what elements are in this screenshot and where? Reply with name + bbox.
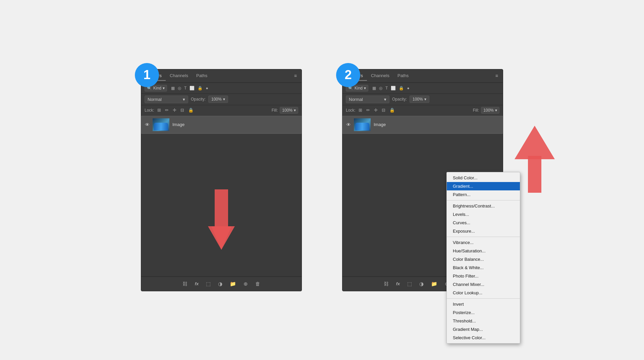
fill-number-2: 100% <box>483 108 494 113</box>
filter-icons-1: ▦ ◎ T ⬜ 🔒 ● <box>170 85 209 91</box>
fill-label-2: Fill: <box>473 108 479 113</box>
annotation-arrow-down <box>201 189 241 250</box>
fx-icon-2[interactable]: fx <box>395 280 401 288</box>
photoshop-panel-1: Layers Channels Paths ≡ 🔍 Kind ▾ ▦ ◎ T ⬜… <box>141 69 302 291</box>
mask-icon-2[interactable]: ⬚ <box>406 280 413 288</box>
annotation-arrow-up <box>515 126 555 193</box>
filter-text-icon-2[interactable]: T <box>385 85 388 91</box>
menu-item-gradient-map---[interactable]: Gradient Map... <box>447 325 520 334</box>
opacity-value-1[interactable]: 100% ▾ <box>208 96 228 103</box>
tab-channels-1[interactable]: Channels <box>166 71 192 81</box>
blend-dropdown-2[interactable]: Normal ▾ <box>346 96 389 103</box>
lock-row-1: Lock: ⊞ ✏ ✛ ⊟ 🔒 Fill: 100% ▾ <box>141 105 302 116</box>
filter-kind-label-1: Kind <box>153 86 161 91</box>
menu-item-gradient---[interactable]: Gradient... <box>447 182 520 190</box>
opacity-number-1: 100% <box>211 97 222 102</box>
layers-list-2: 👁 Image Solid Color...Gradient...Pattern… <box>342 116 503 277</box>
visibility-icon-1[interactable]: 👁 <box>145 122 150 127</box>
delete-icon-1[interactable]: 🗑 <box>254 280 262 288</box>
panel-menu-icon-2[interactable]: ≡ <box>494 72 499 80</box>
menu-item-channel-mixer---[interactable]: Channel Mixer... <box>447 280 520 289</box>
photoshop-panel-2: Layers Channels Paths ≡ 🔍 Kind ▾ ▦ ◎ T ⬜… <box>342 69 503 291</box>
opacity-value-2[interactable]: 100% ▾ <box>410 96 429 103</box>
folder-icon-1[interactable]: 📁 <box>228 280 237 288</box>
visibility-icon-2[interactable]: 👁 <box>346 122 351 127</box>
lock-artboard-icon-2[interactable]: ⊟ <box>381 107 386 113</box>
filter-row-2: 🔍 Kind ▾ ▦ ◎ T ⬜ 🔒 ● <box>342 83 503 94</box>
link-icon-2[interactable]: ⛓ <box>382 280 390 288</box>
menu-item-selective-color---[interactable]: Selective Color... <box>447 334 520 342</box>
menu-item-color-lookup---[interactable]: Color Lookup... <box>447 289 520 297</box>
lock-label-1: Lock: <box>145 108 154 113</box>
filter-adjust-icon-2[interactable]: ◎ <box>378 85 383 91</box>
layers-list-1: 👁 Image <box>141 116 302 277</box>
tab-paths-2[interactable]: Paths <box>393 71 413 81</box>
lock-artboard-icon-1[interactable]: ⊟ <box>179 107 185 113</box>
adjustment-icon-2[interactable]: ◑ <box>418 280 425 288</box>
layer-row-image-1[interactable]: 👁 Image <box>141 116 302 134</box>
panel-2-wrapper: 2 Layers Channels Paths ≡ 🔍 Kind ▾ ▦ ◎ T… <box>342 69 503 291</box>
menu-separator <box>447 298 520 299</box>
opacity-label-2: Opacity: <box>392 97 407 102</box>
link-icon-1[interactable]: ⛓ <box>181 280 189 288</box>
panel-menu-icon-1[interactable]: ≡ <box>293 72 298 80</box>
adjustment-icon-1[interactable]: ◑ <box>217 280 224 288</box>
blend-dropdown-1[interactable]: Normal ▾ <box>145 96 188 103</box>
filter-pixel-icon-2[interactable]: ▦ <box>372 85 377 91</box>
menu-item-brightness-contrast---[interactable]: Brightness/Contrast... <box>447 202 520 210</box>
fill-label-1: Fill: <box>272 108 278 113</box>
menu-item-levels---[interactable]: Levels... <box>447 210 520 219</box>
filter-shape-icon-1[interactable]: ⬜ <box>189 85 195 91</box>
tab-channels-2[interactable]: Channels <box>367 71 393 81</box>
svg-rect-3 <box>528 156 541 193</box>
svg-marker-2 <box>208 226 235 250</box>
blend-chevron-2: ▾ <box>384 97 386 102</box>
filter-shape-icon-2[interactable]: ⬜ <box>390 85 396 91</box>
filter-pixel-icon-1[interactable]: ▦ <box>170 85 175 91</box>
opacity-chevron-2: ▾ <box>424 97 426 102</box>
filter-text-icon-1[interactable]: T <box>183 85 187 91</box>
fill-value-2[interactable]: 100% ▾ <box>481 107 499 114</box>
lock-position-icon-2[interactable]: ✏ <box>365 107 371 113</box>
lock-position-icon-1[interactable]: ✏ <box>164 107 170 113</box>
blend-row-1: Normal ▾ Opacity: 100% ▾ <box>141 94 302 105</box>
fill-number-1: 100% <box>282 108 292 113</box>
blend-mode-label-2: Normal <box>349 97 363 102</box>
filter-adjust-icon-1[interactable]: ◎ <box>177 85 182 91</box>
filter-chevron-1: ▾ <box>163 86 165 91</box>
folder-icon-2[interactable]: 📁 <box>430 280 439 288</box>
new-layer-icon-1[interactable]: ⊕ <box>242 280 249 288</box>
filter-color-icon-2[interactable]: ● <box>406 85 410 91</box>
menu-item-threshold---[interactable]: Threshold... <box>447 317 520 325</box>
menu-item-solid-color---[interactable]: Solid Color... <box>447 174 520 182</box>
menu-item-invert[interactable]: Invert <box>447 300 520 308</box>
lock-pixels-icon-2[interactable]: ⊞ <box>358 107 363 113</box>
fill-chevron-1: ▾ <box>294 108 296 113</box>
lock-all-icon-2[interactable]: 🔒 <box>388 107 396 113</box>
menu-item-vibrance---[interactable]: Vibrance... <box>447 238 520 247</box>
menu-item-posterize---[interactable]: Posterize... <box>447 308 520 317</box>
adjustment-dropdown-menu[interactable]: Solid Color...Gradient...Pattern...Brigh… <box>446 172 520 344</box>
menu-item-exposure---[interactable]: Exposure... <box>447 227 520 235</box>
menu-item-pattern---[interactable]: Pattern... <box>447 190 520 199</box>
menu-item-black---white---[interactable]: Black & White... <box>447 263 520 272</box>
layer-thumbnail-1 <box>152 118 170 131</box>
menu-item-photo-filter---[interactable]: Photo Filter... <box>447 272 520 280</box>
filter-smart-icon-1[interactable]: 🔒 <box>197 85 203 91</box>
menu-item-color-balance---[interactable]: Color Balance... <box>447 255 520 263</box>
lock-move-icon-2[interactable]: ✛ <box>373 107 379 113</box>
mask-icon-1[interactable]: ⬚ <box>205 280 212 288</box>
lock-pixels-icon-1[interactable]: ⊞ <box>156 107 162 113</box>
fill-chevron-2: ▾ <box>495 108 497 113</box>
lock-row-2: Lock: ⊞ ✏ ✛ ⊟ 🔒 Fill: 100% ▾ <box>342 105 503 116</box>
menu-item-curves---[interactable]: Curves... <box>447 219 520 227</box>
layer-row-image-2[interactable]: 👁 Image <box>342 116 503 134</box>
filter-smart-icon-2[interactable]: 🔒 <box>398 85 405 91</box>
fx-icon-1[interactable]: fx <box>194 280 200 288</box>
lock-all-icon-1[interactable]: 🔒 <box>187 107 195 113</box>
filter-color-icon-1[interactable]: ● <box>205 85 209 91</box>
lock-move-icon-1[interactable]: ✛ <box>172 107 177 113</box>
fill-value-1[interactable]: 100% ▾ <box>280 107 298 114</box>
tab-paths-1[interactable]: Paths <box>192 71 211 81</box>
menu-item-hue-saturation---[interactable]: Hue/Saturation... <box>447 247 520 255</box>
